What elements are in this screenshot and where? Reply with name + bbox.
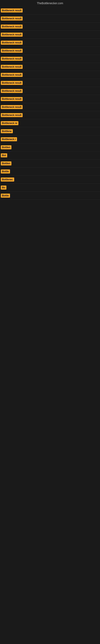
result-row-13: Bottleneck result bbox=[0, 103, 100, 111]
bottleneck-badge-20[interactable]: Bottlen bbox=[1, 162, 11, 166]
bottleneck-badge-15[interactable]: Bottleneck re bbox=[1, 121, 18, 125]
bottleneck-badge-5[interactable]: Bottleneck result bbox=[1, 41, 23, 45]
bottleneck-badge-16[interactable]: Bottlene bbox=[1, 129, 13, 133]
bottleneck-badge-6[interactable]: Bottleneck result bbox=[1, 49, 23, 53]
bottleneck-badge-8[interactable]: Bottleneck result bbox=[1, 65, 23, 69]
result-row-21: Bottle bbox=[0, 168, 100, 176]
bottleneck-badge-19[interactable]: Bot bbox=[1, 153, 7, 158]
bottleneck-badge-17[interactable]: Bottleneck r bbox=[1, 137, 17, 141]
result-row-12: Bottleneck result bbox=[0, 95, 100, 103]
bottleneck-badge-21[interactable]: Bottle bbox=[1, 170, 10, 174]
result-row-8: Bottleneck result bbox=[0, 63, 100, 71]
result-row-11: Bottleneck result bbox=[0, 87, 100, 95]
result-row-6: Bottleneck result bbox=[0, 47, 100, 55]
result-row-1: Bottleneck result bbox=[0, 6, 100, 14]
result-row-24: Bottle bbox=[0, 192, 100, 200]
bottleneck-badge-22[interactable]: Bottlenec bbox=[1, 178, 14, 182]
bottleneck-badge-11[interactable]: Bottleneck result bbox=[1, 89, 23, 93]
bottleneck-badge-2[interactable]: Bottleneck result bbox=[1, 16, 23, 20]
result-row-17: Bottleneck r bbox=[0, 135, 100, 143]
result-row-22: Bottlenec bbox=[0, 176, 100, 184]
result-row-10: Bottleneck result bbox=[0, 79, 100, 87]
bottleneck-badge-14[interactable]: Bottleneck result bbox=[1, 113, 23, 117]
result-row-4: Bottleneck result bbox=[0, 30, 100, 39]
bottleneck-badge-9[interactable]: Bottleneck result bbox=[1, 73, 23, 77]
bottleneck-badge-7[interactable]: Bottleneck result bbox=[1, 57, 23, 61]
site-title: TheBottlenecker.com bbox=[0, 0, 100, 6]
result-row-3: Bottleneck result bbox=[0, 22, 100, 30]
results-list: Bottleneck resultBottleneck resultBottle… bbox=[0, 6, 100, 200]
result-row-2: Bottleneck result bbox=[0, 14, 100, 22]
bottleneck-badge-12[interactable]: Bottleneck result bbox=[1, 97, 23, 101]
bottleneck-badge-4[interactable]: Bottleneck result bbox=[1, 32, 23, 37]
result-row-15: Bottleneck re bbox=[0, 119, 100, 127]
bottleneck-badge-13[interactable]: Bottleneck result bbox=[1, 105, 23, 109]
result-row-9: Bottleneck result bbox=[0, 71, 100, 79]
result-row-19: Bot bbox=[0, 151, 100, 160]
result-row-5: Bottleneck result bbox=[0, 39, 100, 47]
bottleneck-badge-23[interactable]: Bo bbox=[1, 186, 6, 190]
bottleneck-badge-10[interactable]: Bottleneck result bbox=[1, 81, 23, 85]
bottleneck-badge-1[interactable]: Bottleneck result bbox=[1, 8, 23, 12]
result-row-23: Bo bbox=[0, 184, 100, 192]
result-row-18: Bottlen bbox=[0, 143, 100, 151]
result-row-14: Bottleneck result bbox=[0, 111, 100, 119]
result-row-7: Bottleneck result bbox=[0, 55, 100, 63]
result-row-16: Bottlene bbox=[0, 127, 100, 135]
bottleneck-badge-24[interactable]: Bottle bbox=[1, 194, 10, 198]
result-row-20: Bottlen bbox=[0, 160, 100, 168]
bottleneck-badge-18[interactable]: Bottlen bbox=[1, 145, 11, 149]
bottleneck-badge-3[interactable]: Bottleneck result bbox=[1, 24, 23, 28]
